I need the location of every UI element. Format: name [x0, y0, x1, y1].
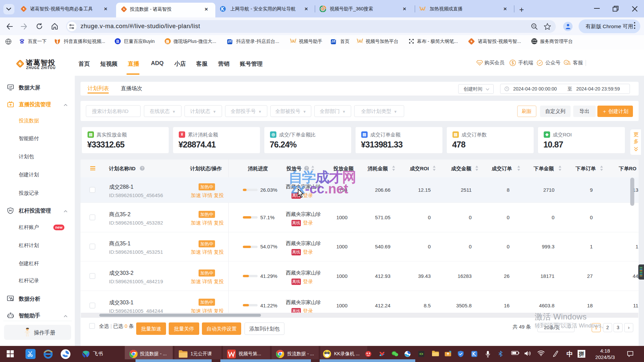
svg-text:微: 微: [166, 40, 170, 44]
svg-text:du: du: [21, 42, 23, 44]
svg-text:B: B: [116, 39, 119, 44]
